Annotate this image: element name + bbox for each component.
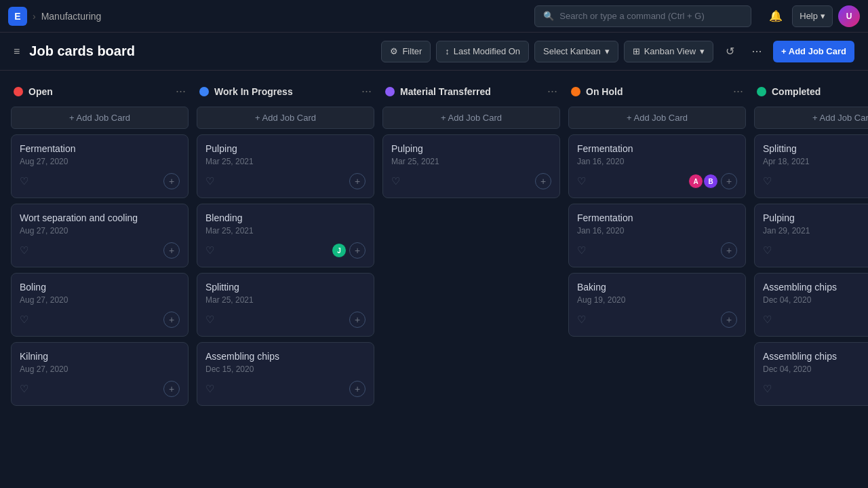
table-row[interactable]: FermentationJan 16, 2020♡AB+ bbox=[568, 134, 746, 198]
card-date: Jan 16, 2020 bbox=[577, 157, 737, 166]
card-date: Jan 29, 2021 bbox=[763, 226, 868, 236]
table-row[interactable]: PulpingJan 29, 2021♡+ bbox=[754, 204, 868, 267]
add-card-button-completed[interactable]: + Add Job Card bbox=[754, 107, 868, 129]
card-title: Boling bbox=[20, 282, 180, 293]
card-footer: ♡+ bbox=[205, 381, 366, 397]
card-add-member-button[interactable]: + bbox=[349, 173, 366, 189]
card-title: Wort separation and cooling bbox=[20, 212, 180, 223]
table-row[interactable]: FermentationAug 27, 2020♡+ bbox=[11, 134, 189, 198]
avatar[interactable]: U bbox=[838, 5, 860, 27]
table-row[interactable]: Assembling chipsDec 04, 2020♡+ bbox=[754, 342, 868, 406]
table-row[interactable]: FermentationJan 16, 2020♡+ bbox=[568, 204, 746, 267]
column-material-transferred: Material Transferred···+ Add Job CardPul… bbox=[382, 81, 560, 477]
refresh-button[interactable]: ↺ bbox=[719, 41, 741, 62]
favorite-icon[interactable]: ♡ bbox=[763, 314, 772, 326]
card-date: Dec 04, 2020 bbox=[763, 364, 868, 374]
favorite-icon[interactable]: ♡ bbox=[577, 314, 586, 326]
kanban-view-button[interactable]: ⊞ Kanban View ▾ bbox=[624, 41, 713, 62]
card-actions: + bbox=[163, 381, 180, 397]
avatar: A bbox=[688, 174, 703, 189]
col-dot-wip bbox=[199, 87, 209, 96]
card-actions: AB+ bbox=[691, 173, 737, 189]
col-dot-material-transferred bbox=[385, 87, 395, 96]
app-icon[interactable]: E bbox=[8, 7, 27, 26]
favorite-icon[interactable]: ♡ bbox=[391, 175, 400, 187]
card-date: Apr 18, 2021 bbox=[763, 157, 868, 166]
col-more-wip[interactable]: ··· bbox=[361, 84, 372, 98]
col-more-material-transferred[interactable]: ··· bbox=[547, 84, 557, 98]
breadcrumb-manufacturing[interactable]: Manufacturing bbox=[41, 11, 102, 22]
favorite-icon[interactable]: ♡ bbox=[577, 175, 586, 187]
add-card-button-on-hold[interactable]: + Add Job Card bbox=[568, 107, 746, 129]
favorite-icon[interactable]: ♡ bbox=[577, 244, 586, 257]
table-row[interactable]: PulpingMar 25, 2021♡+ bbox=[197, 134, 374, 198]
search-placeholder: Search or type a command (Ctrl + G) bbox=[559, 11, 705, 21]
card-date: Aug 27, 2020 bbox=[20, 364, 180, 374]
help-button[interactable]: Help ▾ bbox=[792, 5, 833, 27]
table-row[interactable]: SplittingMar 25, 2021♡+ bbox=[197, 273, 374, 337]
add-card-button-open[interactable]: + Add Job Card bbox=[11, 107, 189, 129]
more-options-button[interactable]: ··· bbox=[746, 41, 768, 62]
table-row[interactable]: SplittingApr 18, 2021♡+ bbox=[754, 134, 868, 198]
menu-icon[interactable]: ≡ bbox=[14, 45, 20, 58]
table-row[interactable]: PulpingMar 25, 2021♡+ bbox=[382, 134, 560, 198]
card-add-member-button[interactable]: + bbox=[163, 173, 180, 189]
card-add-member-button[interactable]: + bbox=[163, 312, 180, 328]
notification-button[interactable]: 🔔 bbox=[765, 5, 787, 27]
sort-icon: ↕ bbox=[445, 46, 450, 56]
table-row[interactable]: Wort separation and coolingAug 27, 2020♡… bbox=[11, 204, 189, 267]
card-add-member-button[interactable]: + bbox=[349, 242, 366, 259]
card-title: Assembling chips bbox=[763, 351, 868, 362]
col-title-completed: Completed bbox=[772, 86, 868, 97]
card-add-member-button[interactable]: + bbox=[163, 381, 180, 397]
card-add-member-button[interactable]: + bbox=[721, 242, 737, 259]
card-add-member-button[interactable]: + bbox=[721, 173, 737, 189]
column-completed: Completed···+ Add Job CardSplittingApr 1… bbox=[754, 81, 868, 477]
favorite-icon[interactable]: ♡ bbox=[20, 244, 28, 257]
toolbar: ≡ Job cards board ⚙ Filter ↕ Last Modifi… bbox=[0, 33, 868, 71]
card-footer: ♡+ bbox=[20, 312, 180, 328]
table-row[interactable]: BlendingMar 25, 2021♡J+ bbox=[197, 204, 374, 267]
card-add-member-button[interactable]: + bbox=[349, 312, 366, 328]
table-row[interactable]: KilningAug 27, 2020♡+ bbox=[11, 342, 189, 406]
table-row[interactable]: BakingAug 19, 2020♡+ bbox=[568, 273, 746, 337]
favorite-icon[interactable]: ♡ bbox=[205, 175, 214, 187]
add-card-button-material-transferred[interactable]: + Add Job Card bbox=[382, 107, 560, 129]
col-header-on-hold: On Hold··· bbox=[568, 81, 746, 101]
add-job-card-button[interactable]: + Add Job Card bbox=[773, 41, 854, 62]
table-row[interactable]: Assembling chipsDec 15, 2020♡+ bbox=[197, 342, 374, 406]
favorite-icon[interactable]: ♡ bbox=[205, 314, 214, 326]
avatar: B bbox=[703, 174, 718, 189]
card-title: Fermentation bbox=[577, 143, 737, 154]
card-actions: + bbox=[349, 312, 366, 328]
table-row[interactable]: Assembling chipsDec 04, 2020♡+ bbox=[754, 273, 868, 337]
favorite-icon[interactable]: ♡ bbox=[20, 383, 28, 395]
card-title: Blending bbox=[205, 212, 366, 223]
card-add-member-button[interactable]: + bbox=[535, 173, 551, 189]
select-kanban-button[interactable]: Select Kanban ▾ bbox=[534, 41, 618, 62]
card-actions: + bbox=[721, 312, 737, 328]
favorite-icon[interactable]: ♡ bbox=[763, 244, 772, 257]
kanban-icon: ⊞ bbox=[633, 46, 640, 56]
table-row[interactable]: BolingAug 27, 2020♡+ bbox=[11, 273, 189, 337]
card-add-member-button[interactable]: + bbox=[721, 312, 737, 328]
card-add-member-button[interactable]: + bbox=[163, 242, 180, 259]
favorite-icon[interactable]: ♡ bbox=[205, 244, 214, 257]
chevron-down-icon: ▾ bbox=[605, 46, 610, 56]
sort-button[interactable]: ↕ Last Modified On bbox=[436, 41, 529, 62]
card-footer: ♡+ bbox=[20, 242, 180, 259]
add-card-button-wip[interactable]: + Add Job Card bbox=[197, 107, 374, 129]
favorite-icon[interactable]: ♡ bbox=[20, 175, 28, 187]
search-bar[interactable]: 🔍 Search or type a command (Ctrl + G) bbox=[534, 5, 751, 27]
favorite-icon[interactable]: ♡ bbox=[205, 383, 214, 395]
favorite-icon[interactable]: ♡ bbox=[763, 175, 772, 187]
favorite-icon[interactable]: ♡ bbox=[763, 383, 772, 395]
col-more-open[interactable]: ··· bbox=[176, 84, 186, 98]
filter-button[interactable]: ⚙ Filter bbox=[381, 41, 431, 62]
card-title: Splitting bbox=[763, 143, 868, 154]
col-more-on-hold[interactable]: ··· bbox=[733, 84, 743, 98]
card-actions: + bbox=[163, 242, 180, 259]
card-add-member-button[interactable]: + bbox=[349, 381, 366, 397]
col-dot-completed bbox=[757, 87, 766, 96]
favorite-icon[interactable]: ♡ bbox=[20, 314, 28, 326]
